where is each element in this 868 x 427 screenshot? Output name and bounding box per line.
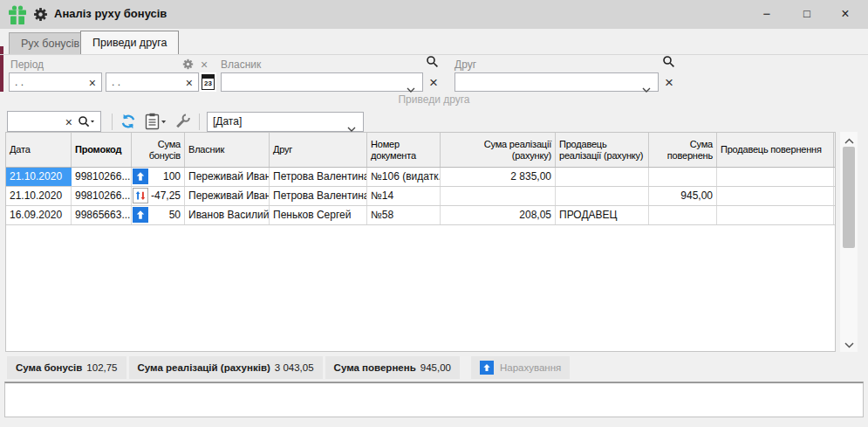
minimize-button[interactable]: −	[750, 0, 783, 28]
toolbar-separator	[199, 114, 200, 130]
status-bonus-sum: Сума бонусів 102,75	[7, 356, 126, 379]
grid-cell[interactable]	[441, 187, 556, 205]
period-clear-icon[interactable]: ×	[201, 59, 208, 71]
status-sales-sum-label: Сума реалізацій (рахунків)	[138, 362, 270, 373]
grid-cell[interactable]	[649, 206, 717, 224]
vertical-scrollbar[interactable]	[840, 132, 858, 352]
status-bar: Сума бонусів 102,75 Сума реалізацій (рах…	[7, 356, 572, 379]
period-label: Період	[10, 59, 44, 71]
owner-label: Власник	[221, 59, 261, 71]
grid-cell[interactable]: 16.09.2020	[6, 206, 72, 224]
grid-cell[interactable]	[717, 168, 834, 186]
scroll-up-icon[interactable]	[840, 134, 858, 148]
status-returns-sum-label: Сума повернень	[334, 362, 416, 373]
column-header-6[interactable]: Номер документа	[367, 133, 441, 167]
tab-bonus-movement[interactable]: Рух бонусів	[9, 32, 92, 54]
grid-cell[interactable]: Переживай Иван	[185, 168, 270, 186]
refresh-button[interactable]	[120, 113, 137, 134]
grid-cell[interactable]: 21.10.2020	[6, 187, 72, 205]
date-from-clear-icon[interactable]: ×	[89, 77, 96, 89]
accrual-arrow-up-icon	[133, 169, 148, 184]
grid-cell[interactable]: ПРОДАВЕЦ	[556, 206, 649, 224]
settings-gear-icon	[33, 7, 48, 25]
grid-cell[interactable]: №58	[367, 206, 441, 224]
grid-row-2: 21.10.202099810266...-47,25Переживай Ива…	[6, 187, 835, 206]
status-bonus-sum-label: Сума бонусів	[16, 362, 82, 373]
grid-cell[interactable]: 2 835,00	[441, 168, 556, 186]
search-clear-icon[interactable]: ×	[65, 116, 72, 128]
grid-header: ДатаПромокодСума бонусівВласникДругНомер…	[6, 133, 835, 168]
status-returns-sum-value: 945,00	[420, 362, 451, 373]
date-from-input[interactable]: . . ×	[9, 72, 102, 92]
friend-search-icon[interactable]	[662, 55, 675, 72]
grid-cell[interactable]: Петрова Валентина	[270, 187, 367, 205]
grid-cell[interactable]	[556, 168, 649, 186]
grid-cell[interactable]: 99810266...	[72, 187, 132, 205]
grid-cell[interactable]: 99810266...	[72, 168, 132, 186]
status-returns-sum: Сума повернень 945,00	[325, 356, 460, 379]
detail-panel[interactable]	[4, 382, 864, 417]
owner-search-icon[interactable]	[426, 55, 439, 72]
grid-cell[interactable]: Иванов Василий	[185, 206, 270, 224]
legend-accrual-label: Нарахування	[500, 362, 561, 373]
grid-cell[interactable]	[717, 206, 834, 224]
date-to-value: . .	[112, 76, 120, 88]
status-bonus-sum-value: 102,75	[86, 362, 117, 373]
friend-combo[interactable]	[455, 72, 659, 92]
close-button[interactable]: ×	[829, 0, 862, 28]
date-to-input[interactable]: . . ×	[106, 72, 199, 92]
background-fragment	[0, 46, 3, 92]
owner-clear-icon[interactable]: ×	[429, 75, 438, 90]
report-button[interactable]	[145, 113, 167, 134]
period-settings-gear-icon[interactable]	[182, 58, 194, 73]
grid-cell[interactable]: 21.10.2020	[6, 168, 72, 186]
maximize-button[interactable]: □	[790, 0, 824, 28]
grouping-combo[interactable]: [Дата]	[207, 112, 364, 132]
status-sales-sum: Сума реалізацій (рахунків) 3 043,05	[129, 356, 323, 379]
grid-cell[interactable]	[649, 168, 717, 186]
grid-cell[interactable]: 50	[132, 206, 185, 224]
window-title: Аналіз руху бонусів	[54, 7, 167, 20]
grouping-value: [Дата]	[213, 115, 242, 127]
toolbar-separator	[112, 114, 113, 130]
scroll-down-icon[interactable]	[840, 338, 858, 352]
column-header-4[interactable]: Власник	[185, 133, 270, 167]
scrollbar-thumb[interactable]	[843, 147, 855, 248]
column-header-8[interactable]: Продавець реалізації (рахунку)	[556, 133, 649, 167]
grid-cell[interactable]: -47,25	[132, 187, 185, 205]
tab-refer-friend[interactable]: Приведи друга	[80, 31, 179, 54]
grid-cell[interactable]: №106 (видатк. ...	[367, 168, 441, 186]
owner-combo[interactable]	[221, 72, 423, 92]
calendar-icon: 23	[202, 74, 215, 90]
column-header-3[interactable]: Сума бонусів	[132, 133, 185, 167]
grid-row-1: 21.10.202099810266...100Переживай ИванПе…	[6, 168, 835, 187]
column-header-2[interactable]: Промокод	[72, 133, 132, 167]
wrench-button[interactable]	[174, 113, 192, 134]
search-input[interactable]: ×	[7, 111, 101, 132]
column-header-5[interactable]: Друг	[270, 133, 367, 167]
column-header-1[interactable]: Дата	[6, 133, 72, 167]
legend-accrual: Нарахування	[471, 356, 570, 379]
app-window: Аналіз руху бонусів − □ × Рух бонусів Пр…	[0, 0, 868, 427]
calendar-picker-button[interactable]: 23	[200, 72, 216, 92]
grid-cell[interactable]: Переживай Иван	[185, 187, 270, 205]
grid-cell[interactable]	[717, 187, 834, 205]
grid-cell[interactable]: 945,00	[649, 187, 717, 205]
grid-cell[interactable]: Пеньков Сергей	[270, 206, 367, 224]
accrual-writeoff-arrows-icon	[133, 188, 148, 203]
grid-cell[interactable]: №14	[367, 187, 441, 205]
grid-cell[interactable]	[556, 187, 649, 205]
date-to-clear-icon[interactable]: ×	[186, 77, 193, 89]
column-header-7[interactable]: Сума реалізації (рахунку)	[441, 133, 556, 167]
column-header-9[interactable]: Сума повернень	[649, 133, 717, 167]
friend-clear-icon[interactable]: ×	[665, 75, 673, 90]
status-sales-sum-value: 3 043,05	[275, 362, 314, 373]
accrual-arrow-up-icon	[133, 207, 148, 223]
grid-cell[interactable]: 208,05	[441, 206, 556, 224]
grid-row-3: 16.09.202099865663...50Иванов ВасилийПен…	[6, 206, 835, 225]
grid-cell[interactable]: 100	[132, 168, 185, 186]
column-header-10[interactable]: Продавець повернення	[717, 133, 834, 167]
grid-cell[interactable]: 99865663...	[72, 206, 132, 224]
title-bar: Аналіз руху бонусів − □ ×	[0, 0, 868, 29]
grid-cell[interactable]: Петрова Валентина	[270, 168, 367, 186]
